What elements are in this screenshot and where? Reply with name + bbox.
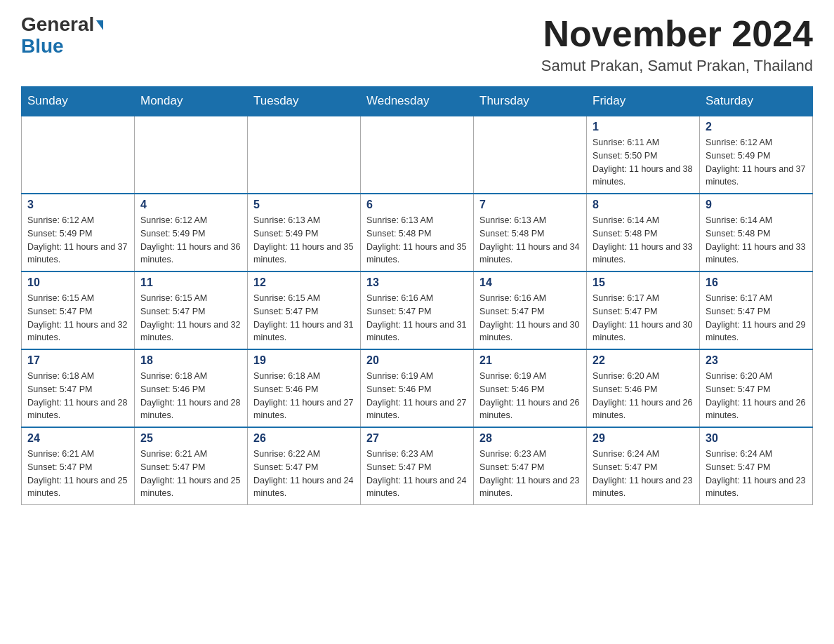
logo-blue-line: Blue bbox=[21, 36, 64, 58]
day-info: Sunrise: 6:16 AMSunset: 5:47 PMDaylight:… bbox=[366, 292, 468, 344]
day-number: 5 bbox=[253, 199, 355, 211]
day-cell: 12Sunrise: 6:15 AMSunset: 5:47 PMDayligh… bbox=[248, 271, 361, 349]
day-info: Sunrise: 6:24 AMSunset: 5:47 PMDaylight:… bbox=[706, 448, 807, 500]
day-number: 29 bbox=[593, 432, 694, 445]
location-title: Samut Prakan, Samut Prakan, Thailand bbox=[541, 57, 813, 75]
day-number: 6 bbox=[366, 199, 468, 211]
day-info: Sunrise: 6:19 AMSunset: 5:46 PMDaylight:… bbox=[366, 370, 468, 422]
day-number: 25 bbox=[140, 432, 241, 445]
day-info: Sunrise: 6:15 AMSunset: 5:47 PMDaylight:… bbox=[27, 292, 128, 344]
day-cell: 20Sunrise: 6:19 AMSunset: 5:46 PMDayligh… bbox=[361, 349, 474, 427]
day-cell: 15Sunrise: 6:17 AMSunset: 5:47 PMDayligh… bbox=[587, 271, 700, 349]
day-number: 24 bbox=[27, 432, 128, 445]
day-number: 3 bbox=[27, 199, 128, 211]
day-cell: 19Sunrise: 6:18 AMSunset: 5:46 PMDayligh… bbox=[248, 349, 361, 427]
day-number: 11 bbox=[140, 276, 241, 289]
day-number: 22 bbox=[593, 354, 694, 367]
day-info: Sunrise: 6:22 AMSunset: 5:47 PMDaylight:… bbox=[253, 448, 355, 500]
col-friday: Friday bbox=[587, 87, 700, 116]
day-number: 18 bbox=[140, 354, 241, 367]
day-cell: 21Sunrise: 6:19 AMSunset: 5:46 PMDayligh… bbox=[474, 349, 587, 427]
day-cell: 7Sunrise: 6:13 AMSunset: 5:48 PMDaylight… bbox=[474, 194, 587, 271]
day-number: 21 bbox=[479, 354, 581, 367]
day-info: Sunrise: 6:20 AMSunset: 5:46 PMDaylight:… bbox=[593, 370, 694, 422]
day-cell: 27Sunrise: 6:23 AMSunset: 5:47 PMDayligh… bbox=[361, 427, 474, 505]
day-number: 26 bbox=[253, 432, 355, 445]
day-cell: 11Sunrise: 6:15 AMSunset: 5:47 PMDayligh… bbox=[135, 271, 248, 349]
title-area: November 2024 Samut Prakan, Samut Prakan… bbox=[541, 14, 813, 75]
day-number: 13 bbox=[366, 276, 468, 289]
day-cell: 4Sunrise: 6:12 AMSunset: 5:49 PMDaylight… bbox=[135, 194, 248, 271]
day-info: Sunrise: 6:13 AMSunset: 5:48 PMDaylight:… bbox=[479, 214, 581, 267]
day-number: 4 bbox=[140, 199, 241, 211]
day-cell: 2Sunrise: 6:12 AMSunset: 5:49 PMDaylight… bbox=[700, 116, 813, 194]
day-number: 8 bbox=[593, 199, 694, 211]
header: General Blue November 2024 Samut Prakan,… bbox=[21, 14, 813, 75]
day-number: 9 bbox=[706, 199, 807, 211]
day-cell bbox=[474, 116, 587, 194]
week-row-1: 1Sunrise: 6:11 AMSunset: 5:50 PMDaylight… bbox=[22, 116, 813, 194]
day-number: 10 bbox=[27, 276, 128, 289]
day-info: Sunrise: 6:19 AMSunset: 5:46 PMDaylight:… bbox=[479, 370, 581, 422]
day-info: Sunrise: 6:16 AMSunset: 5:47 PMDaylight:… bbox=[479, 292, 581, 344]
day-number: 30 bbox=[706, 432, 807, 445]
logo-blue-text: Blue bbox=[21, 35, 64, 57]
col-monday: Monday bbox=[135, 87, 248, 116]
calendar-table: Sunday Monday Tuesday Wednesday Thursday… bbox=[21, 86, 813, 505]
day-number: 28 bbox=[479, 432, 581, 445]
day-number: 27 bbox=[366, 432, 468, 445]
day-cell bbox=[361, 116, 474, 194]
day-info: Sunrise: 6:23 AMSunset: 5:47 PMDaylight:… bbox=[366, 448, 468, 500]
day-number: 23 bbox=[706, 354, 807, 367]
week-row-2: 3Sunrise: 6:12 AMSunset: 5:49 PMDaylight… bbox=[22, 194, 813, 271]
day-info: Sunrise: 6:15 AMSunset: 5:47 PMDaylight:… bbox=[253, 292, 355, 344]
day-cell: 6Sunrise: 6:13 AMSunset: 5:48 PMDaylight… bbox=[361, 194, 474, 271]
day-info: Sunrise: 6:17 AMSunset: 5:47 PMDaylight:… bbox=[706, 292, 807, 344]
day-cell: 1Sunrise: 6:11 AMSunset: 5:50 PMDaylight… bbox=[587, 116, 700, 194]
month-title: November 2024 bbox=[541, 14, 813, 54]
day-info: Sunrise: 6:15 AMSunset: 5:47 PMDaylight:… bbox=[140, 292, 241, 344]
day-number: 17 bbox=[27, 354, 128, 367]
day-number: 16 bbox=[706, 276, 807, 289]
day-info: Sunrise: 6:18 AMSunset: 5:46 PMDaylight:… bbox=[140, 370, 241, 422]
day-cell: 3Sunrise: 6:12 AMSunset: 5:49 PMDaylight… bbox=[22, 194, 135, 271]
day-cell: 5Sunrise: 6:13 AMSunset: 5:49 PMDaylight… bbox=[248, 194, 361, 271]
col-thursday: Thursday bbox=[474, 87, 587, 116]
day-info: Sunrise: 6:21 AMSunset: 5:47 PMDaylight:… bbox=[140, 448, 241, 500]
day-cell: 29Sunrise: 6:24 AMSunset: 5:47 PMDayligh… bbox=[587, 427, 700, 505]
day-cell: 28Sunrise: 6:23 AMSunset: 5:47 PMDayligh… bbox=[474, 427, 587, 505]
day-number: 12 bbox=[253, 276, 355, 289]
day-cell: 18Sunrise: 6:18 AMSunset: 5:46 PMDayligh… bbox=[135, 349, 248, 427]
day-cell: 22Sunrise: 6:20 AMSunset: 5:46 PMDayligh… bbox=[587, 349, 700, 427]
day-info: Sunrise: 6:17 AMSunset: 5:47 PMDaylight:… bbox=[593, 292, 694, 344]
logo-general-line: General bbox=[21, 14, 103, 36]
day-info: Sunrise: 6:14 AMSunset: 5:48 PMDaylight:… bbox=[706, 214, 807, 267]
week-row-5: 24Sunrise: 6:21 AMSunset: 5:47 PMDayligh… bbox=[22, 427, 813, 505]
logo: General Blue bbox=[21, 14, 103, 58]
day-info: Sunrise: 6:18 AMSunset: 5:47 PMDaylight:… bbox=[27, 370, 128, 422]
day-info: Sunrise: 6:12 AMSunset: 5:49 PMDaylight:… bbox=[27, 214, 128, 267]
day-info: Sunrise: 6:12 AMSunset: 5:49 PMDaylight:… bbox=[140, 214, 241, 267]
day-cell: 17Sunrise: 6:18 AMSunset: 5:47 PMDayligh… bbox=[22, 349, 135, 427]
day-info: Sunrise: 6:20 AMSunset: 5:47 PMDaylight:… bbox=[706, 370, 807, 422]
day-info: Sunrise: 6:11 AMSunset: 5:50 PMDaylight:… bbox=[593, 136, 694, 189]
day-info: Sunrise: 6:13 AMSunset: 5:49 PMDaylight:… bbox=[253, 214, 355, 267]
day-cell: 23Sunrise: 6:20 AMSunset: 5:47 PMDayligh… bbox=[700, 349, 813, 427]
day-info: Sunrise: 6:14 AMSunset: 5:48 PMDaylight:… bbox=[593, 214, 694, 267]
day-number: 7 bbox=[479, 199, 581, 211]
day-number: 20 bbox=[366, 354, 468, 367]
day-cell bbox=[135, 116, 248, 194]
day-cell bbox=[22, 116, 135, 194]
col-sunday: Sunday bbox=[22, 87, 135, 116]
day-info: Sunrise: 6:21 AMSunset: 5:47 PMDaylight:… bbox=[27, 448, 128, 500]
day-cell: 13Sunrise: 6:16 AMSunset: 5:47 PMDayligh… bbox=[361, 271, 474, 349]
day-cell: 8Sunrise: 6:14 AMSunset: 5:48 PMDaylight… bbox=[587, 194, 700, 271]
header-row: Sunday Monday Tuesday Wednesday Thursday… bbox=[22, 87, 813, 116]
day-number: 14 bbox=[479, 276, 581, 289]
day-cell: 26Sunrise: 6:22 AMSunset: 5:47 PMDayligh… bbox=[248, 427, 361, 505]
day-info: Sunrise: 6:18 AMSunset: 5:46 PMDaylight:… bbox=[253, 370, 355, 422]
week-row-3: 10Sunrise: 6:15 AMSunset: 5:47 PMDayligh… bbox=[22, 271, 813, 349]
logo-general-text: General bbox=[21, 13, 94, 35]
day-cell: 9Sunrise: 6:14 AMSunset: 5:48 PMDaylight… bbox=[700, 194, 813, 271]
day-number: 2 bbox=[706, 121, 807, 133]
